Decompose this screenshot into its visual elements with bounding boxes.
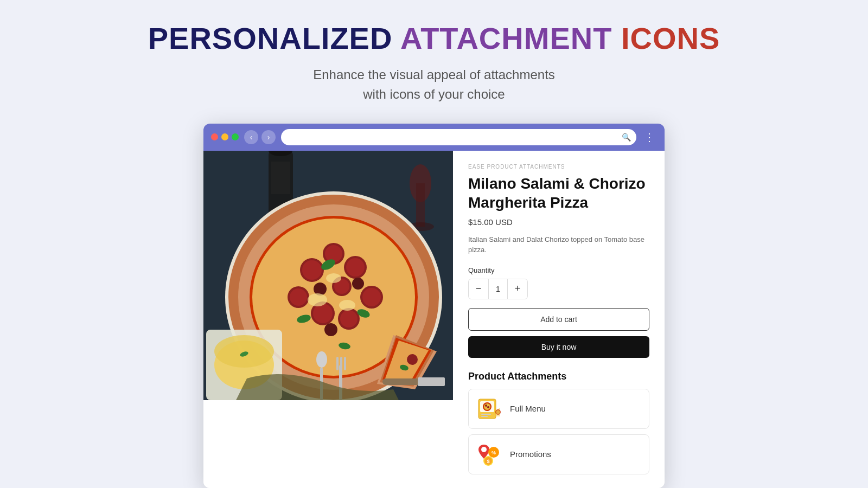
full-menu-icon xyxy=(476,396,502,422)
svg-point-20 xyxy=(290,288,307,306)
product-description: Italian Salami and Dalat Chorizo topped … xyxy=(468,234,649,255)
attachment-promotions[interactable]: % $ Promotions xyxy=(468,434,649,474)
svg-point-60 xyxy=(484,403,490,410)
product-details: EASE PRODUCT ATTACHMENTS Milano Salami &… xyxy=(453,151,665,488)
svg-rect-44 xyxy=(336,357,339,370)
quantity-increase-button[interactable]: + xyxy=(508,279,527,299)
svg-point-48 xyxy=(316,351,327,368)
product-image-section xyxy=(203,151,453,400)
dot-red[interactable] xyxy=(211,133,218,140)
browser-dots xyxy=(211,133,239,140)
svg-rect-7 xyxy=(271,162,290,194)
svg-point-61 xyxy=(485,404,487,407)
full-menu-label: Full Menu xyxy=(510,404,546,413)
product-brand: EASE PRODUCT ATTACHMENTS xyxy=(468,164,649,170)
svg-rect-55 xyxy=(382,378,420,385)
svg-point-26 xyxy=(362,288,381,306)
svg-point-31 xyxy=(324,323,337,336)
browser-menu-button[interactable]: ⋮ xyxy=(642,131,657,144)
svg-rect-63 xyxy=(481,414,491,415)
attachment-full-menu[interactable]: Full Menu xyxy=(468,389,649,429)
browser-nav: ‹ › xyxy=(244,130,276,144)
title-part1: PERSONALIZED xyxy=(148,21,400,55)
dot-yellow[interactable] xyxy=(221,133,228,140)
svg-point-18 xyxy=(346,258,365,277)
svg-rect-45 xyxy=(340,357,342,370)
forward-button[interactable]: › xyxy=(261,130,276,144)
svg-rect-46 xyxy=(344,357,346,370)
attachments-title: Product Attachments xyxy=(468,371,649,382)
buy-now-button[interactable]: Buy it now xyxy=(468,336,649,358)
svg-point-37 xyxy=(339,300,355,311)
svg-point-14 xyxy=(302,260,322,280)
title-part2: ATTACHMENT xyxy=(400,21,621,55)
svg-text:%: % xyxy=(492,450,496,455)
page-subtitle: Enhance the visual appeal of attachments… xyxy=(313,65,555,104)
quantity-label: Quantity xyxy=(468,266,649,274)
attachments-section: Product Attachments xyxy=(468,371,649,474)
svg-rect-3 xyxy=(416,183,425,227)
promotions-icon: % $ xyxy=(476,441,502,467)
product-price: $15.00 USD xyxy=(468,217,649,227)
svg-text:$: $ xyxy=(487,459,489,464)
search-icon: 🔍 xyxy=(622,133,631,142)
svg-point-38 xyxy=(326,273,341,283)
svg-point-22 xyxy=(313,304,333,323)
svg-point-53 xyxy=(407,354,418,365)
quantity-decrease-button[interactable]: − xyxy=(469,279,488,299)
product-name: Milano Salami & Chorizo Margherita Pizza xyxy=(468,174,649,212)
pizza-image xyxy=(203,151,453,400)
add-to-cart-button[interactable]: Add to cart xyxy=(468,308,649,331)
dot-green[interactable] xyxy=(232,133,239,140)
svg-rect-56 xyxy=(418,377,445,386)
svg-point-24 xyxy=(340,310,358,328)
title-part3: ICONS xyxy=(621,21,720,55)
svg-point-68 xyxy=(481,447,487,452)
svg-point-30 xyxy=(352,278,364,290)
product-page: EASE PRODUCT ATTACHMENTS Milano Salami &… xyxy=(203,151,665,488)
address-bar[interactable]: 🔍 xyxy=(281,129,636,145)
browser-toolbar: ‹ › 🔍 ⋮ xyxy=(203,124,665,151)
svg-point-62 xyxy=(487,406,489,408)
svg-rect-64 xyxy=(481,416,488,417)
quantity-control: − 1 + xyxy=(468,279,528,299)
promotions-label: Promotions xyxy=(510,450,551,459)
page-title: PERSONALIZED ATTACHMENT ICONS xyxy=(148,22,720,55)
svg-point-41 xyxy=(214,335,274,368)
browser-window: ‹ › 🔍 ⋮ xyxy=(203,124,665,488)
svg-point-67 xyxy=(496,410,500,414)
svg-point-36 xyxy=(308,293,327,306)
back-button[interactable]: ‹ xyxy=(244,130,258,144)
quantity-value: 1 xyxy=(488,279,508,299)
